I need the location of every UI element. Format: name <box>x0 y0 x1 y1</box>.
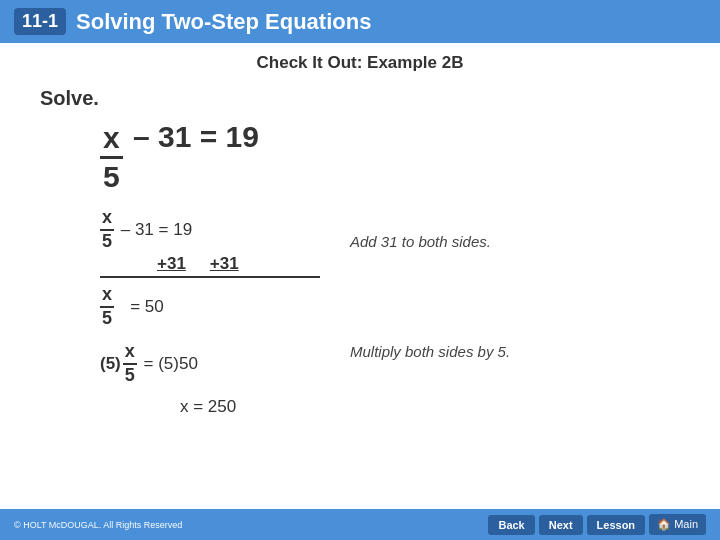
frac2-den: 5 <box>100 308 114 330</box>
frac2: x 5 <box>100 284 114 329</box>
result-eq: = 50 <box>116 297 164 317</box>
frac3-num: x <box>123 341 137 365</box>
footer-copyright: © HOLT McDOUGAL. All Rights Reserved <box>14 520 182 530</box>
lesson-badge: 11-1 <box>14 8 66 35</box>
big-fraction: x 5 <box>100 120 123 195</box>
result-line: x 5 = 50 <box>100 284 680 329</box>
back-button[interactable]: Back <box>488 515 534 535</box>
step1-eq-text: – 31 = 19 <box>116 220 192 240</box>
final-line: x = 250 <box>180 397 680 417</box>
add31-block: +31 +31 <box>100 254 320 278</box>
next-button[interactable]: Next <box>539 515 583 535</box>
equation-area: x 5 – 31 = 19 x 5 – 31 = 19 <box>100 120 680 417</box>
header: 11-1 Solving Two-Step Equations <box>0 0 720 43</box>
plus31-right: +31 <box>210 254 239 274</box>
multiply-line: (5) x 5 = (5)50 <box>100 341 320 386</box>
lesson-button[interactable]: Lesson <box>587 515 646 535</box>
subtitle: Check It Out: Example 2B <box>40 53 680 73</box>
plus31-left: +31 <box>157 254 186 274</box>
home-icon: 🏠 <box>657 518 671 530</box>
frac1-den: 5 <box>100 231 114 253</box>
big-equation: x 5 – 31 = 19 <box>100 120 680 195</box>
final-eq: x = 250 <box>180 397 236 416</box>
step1-left: x 5 – 31 = 19 +31 +31 <box>100 207 320 278</box>
page-title: Solving Two-Step Equations <box>76 9 371 35</box>
frac1-num: x <box>100 207 114 231</box>
add31-annotation: Add 31 to both sides. <box>350 233 491 250</box>
add31-annotation-col: Add 31 to both sides. <box>350 207 491 250</box>
step1-equation-line: x 5 – 31 = 19 <box>100 207 320 252</box>
multiply-left: (5) x 5 = (5)50 <box>100 341 320 390</box>
denominator: 5 <box>100 159 123 195</box>
numerator: x <box>100 120 123 159</box>
add31-line: +31 +31 <box>100 254 320 278</box>
big-equation-rest: – 31 = 19 <box>125 120 259 154</box>
multiply-annotation-col: Multiply both sides by 5. <box>350 341 510 360</box>
footer-nav: Back Next Lesson 🏠 Main <box>488 514 706 535</box>
frac3-den: 5 <box>123 365 137 387</box>
main-content: Check It Out: Example 2B Solve. x 5 – 31… <box>0 43 720 417</box>
frac3: x 5 <box>123 341 137 386</box>
frac2-num: x <box>100 284 114 308</box>
frac1: x 5 <box>100 207 114 252</box>
multiply-annotation: Multiply both sides by 5. <box>350 343 510 360</box>
footer: © HOLT McDOUGAL. All Rights Reserved Bac… <box>0 509 720 540</box>
solve-label: Solve. <box>40 87 680 110</box>
main-label: Main <box>674 518 698 530</box>
step1-row: x 5 – 31 = 19 +31 +31 <box>100 207 680 278</box>
main-button[interactable]: 🏠 Main <box>649 514 706 535</box>
paren5-left: (5) <box>100 354 121 374</box>
multiply-eq: = (5)50 <box>139 354 198 374</box>
multiply-row: (5) x 5 = (5)50 Multiply both sides by 5… <box>100 341 680 390</box>
